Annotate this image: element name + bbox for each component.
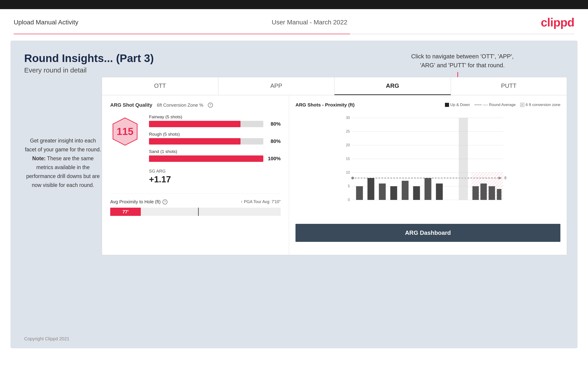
upload-manual-link[interactable]: Upload Manual Activity [14, 19, 78, 26]
legend-roundavg: ---- Round Average [475, 103, 516, 107]
main-content: Round Insights... (Part 3) Every round i… [10, 41, 578, 348]
svg-rect-22 [356, 186, 363, 200]
bar-sand-row: 100% [149, 155, 281, 162]
svg-rect-29 [436, 184, 443, 200]
bar-rough-pct: 80% [267, 138, 281, 144]
tab-arg[interactable]: ARG [335, 77, 451, 95]
header-left: Upload Manual Activity [14, 19, 78, 26]
svg-text:10: 10 [346, 170, 350, 174]
tab-putt[interactable]: PUTT [451, 77, 567, 95]
svg-rect-26 [402, 181, 409, 200]
bar-rough-label: Rough (5 shots) [149, 132, 281, 137]
tab-app[interactable]: APP [218, 77, 335, 95]
left-description: Get greater insight into each facet of y… [24, 136, 102, 190]
svg-rect-25 [390, 186, 397, 200]
legend-conversion: ✓ 6 ft conversion zone [520, 103, 560, 107]
svg-rect-33 [473, 186, 479, 200]
info-icon[interactable]: ? [208, 103, 213, 108]
arg-dashboard-button[interactable]: ARG Dashboard [295, 224, 560, 242]
proximity-title: Avg Proximity to Hole (ft) ? [110, 199, 167, 204]
svg-point-19 [351, 177, 354, 179]
conversion-subtitle: 6ft Conversion Zone % [157, 103, 203, 108]
bar-sand-fill [149, 155, 263, 162]
card-container: OTT APP ARG PUTT ARG Shot Quality 6ft Co… [102, 77, 567, 255]
header-divider [14, 34, 574, 34]
header-center-label: User Manual - March 2022 [272, 19, 347, 26]
bar-sand-label: Sand (1 shots) [149, 149, 281, 154]
bar-sand-pct: 100% [267, 156, 281, 162]
quality-title: ARG Shot Quality [110, 102, 152, 108]
proximity-section: Avg Proximity to Hole (ft) ? ↑ PGA Tour … [110, 193, 281, 216]
card-body: ARG Shot Quality 6ft Conversion Zone % ?… [102, 95, 567, 255]
svg-text:8: 8 [504, 176, 507, 180]
pga-avg: ↑ PGA Tour Avg: 7'10" [241, 200, 281, 204]
legend-updown-icon [445, 103, 449, 107]
bar-fairway: Fairway (5 shots) 80% [149, 114, 281, 127]
svg-rect-27 [413, 186, 420, 200]
svg-rect-24 [379, 184, 386, 200]
svg-text:30: 30 [346, 116, 350, 120]
bar-fairway-pct: 80% [267, 121, 281, 127]
tabs-row: OTT APP ARG PUTT [102, 77, 567, 95]
proximity-title-text: Avg Proximity to Hole (ft) [110, 199, 161, 204]
legend-updown: Up & Down [445, 103, 470, 107]
legend-dashed-icon [475, 105, 481, 105]
bar-rough-fill [149, 138, 241, 144]
bar-fairway-row: 80% [149, 121, 281, 127]
proximity-header: Avg Proximity to Hole (ft) ? ↑ PGA Tour … [110, 199, 281, 204]
header: Upload Manual Activity User Manual - Mar… [0, 9, 588, 34]
bar-sand: Sand (1 shots) 100% [149, 149, 281, 162]
legend-roundavg-label: ---- Round Average [483, 103, 516, 107]
svg-text:20: 20 [346, 143, 350, 147]
legend-conversion-label: 6 ft conversion zone [526, 103, 560, 107]
svg-text:25: 25 [346, 129, 350, 133]
arg-chart-svg: 30 25 20 15 10 5 0 [295, 112, 560, 212]
nav-annotation-text: Click to navigate between 'OTT', 'APP','… [411, 52, 514, 70]
panel-header: ARG Shot Quality 6ft Conversion Zone % ? [110, 102, 281, 108]
left-panel: ARG Shot Quality 6ft Conversion Zone % ?… [102, 95, 289, 255]
hexagon-bars-container: 115 Fairway (5 shots) 80% [110, 114, 281, 187]
right-panel-title: ARG Shots - Proximity (ft) [295, 102, 355, 108]
right-panel-header: ARG Shots - Proximity (ft) Up & Down ---… [295, 102, 560, 108]
bar-sand-track [149, 155, 263, 162]
proximity-info-icon[interactable]: ? [163, 200, 167, 204]
hexagon-number: 115 [117, 126, 133, 137]
legend-conversion-icon: ✓ [520, 103, 524, 107]
note-bold: Note: [32, 155, 46, 161]
bar-rough-row: 80% [149, 138, 281, 144]
svg-rect-30 [459, 118, 468, 200]
clippd-logo: clippd [541, 16, 574, 29]
bar-fairway-track [149, 121, 263, 127]
legend: Up & Down ---- Round Average ✓ 6 ft conv… [445, 103, 560, 107]
legend-updown-label: Up & Down [450, 103, 470, 107]
sg-section: SG ARG +1.17 [149, 169, 281, 184]
bars-section: Fairway (5 shots) 80% Rough (5 shots) [149, 114, 281, 187]
bar-fairway-label: Fairway (5 shots) [149, 114, 281, 119]
bar-rough: Rough (5 shots) 80% [149, 132, 281, 144]
proximity-bar-track: 77' [110, 208, 281, 216]
svg-text:5: 5 [348, 184, 350, 188]
bar-fairway-fill [149, 121, 241, 127]
sg-label: SG ARG [149, 169, 281, 174]
svg-rect-28 [425, 178, 432, 200]
svg-rect-34 [481, 184, 487, 200]
footer-copyright: Copyright Clippd 2021 [24, 336, 69, 342]
svg-rect-23 [368, 178, 374, 200]
top-bar [0, 0, 588, 9]
svg-text:15: 15 [346, 157, 350, 161]
hex-score: 115 [110, 117, 140, 146]
svg-text:0: 0 [348, 198, 350, 202]
tab-ott[interactable]: OTT [102, 77, 218, 95]
right-panel: ARG Shots - Proximity (ft) Up & Down ---… [289, 95, 567, 255]
svg-rect-35 [489, 186, 495, 200]
proximity-bar-fill: 77' [110, 208, 141, 216]
proximity-cursor [198, 208, 199, 216]
proximity-value: 77' [122, 209, 129, 215]
chart-area: 30 25 20 15 10 5 0 [295, 112, 560, 222]
sg-value: +1.17 [149, 175, 281, 184]
svg-rect-36 [497, 189, 502, 200]
bar-rough-track [149, 138, 263, 144]
